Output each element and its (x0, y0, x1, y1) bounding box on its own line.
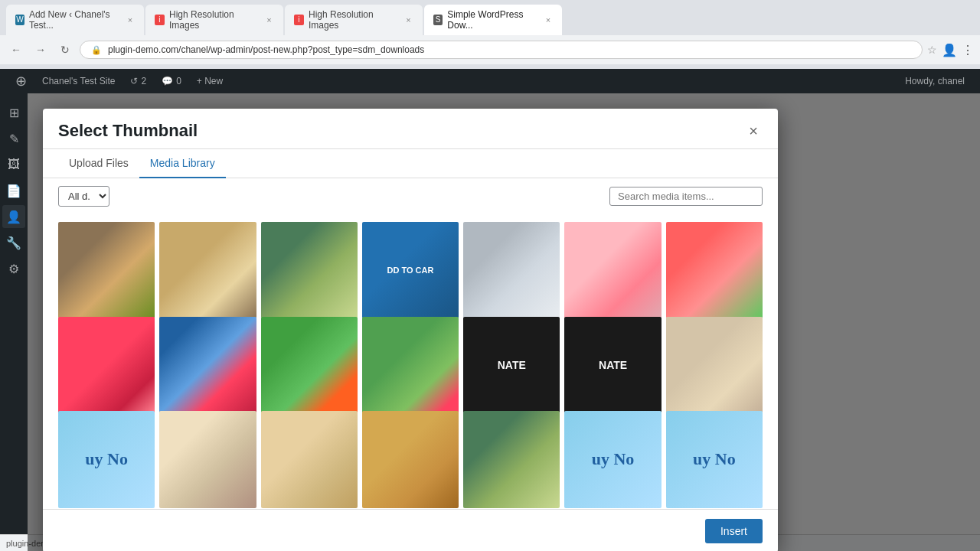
search-media-input[interactable] (609, 187, 763, 206)
site-name-label: Chanel's Test Site (42, 76, 115, 86)
modal-title: Select Thumbnail (58, 121, 198, 141)
browser-tab-2[interactable]: i High Resolution Images × (145, 5, 283, 35)
tab-bar: W Add New ‹ Chanel's Test... × i High Re… (0, 0, 980, 35)
sidebar-icon-dashboard[interactable]: ⊞ (2, 101, 25, 124)
media-item-buynow3[interactable]: uy No (666, 411, 763, 507)
media-item-hand[interactable] (666, 222, 763, 318)
tab-label-1: Add New ‹ Chanel's Test... (29, 9, 121, 31)
sidebar-icon-posts[interactable]: ✎ (2, 127, 25, 150)
forward-button[interactable]: → (31, 40, 51, 60)
sidebar-icon-media[interactable]: 🖼 (2, 153, 25, 176)
media-item-bird1[interactable] (261, 222, 358, 318)
howdy-item[interactable]: Howdy, chanel (897, 69, 972, 93)
tab-favicon-2: i (155, 15, 165, 25)
buynow2-text: uy No (592, 449, 635, 469)
tab-close-1[interactable]: × (126, 15, 135, 25)
profile-icon[interactable]: 👤 (942, 43, 957, 57)
wp-sidebar: ⊞ ✎ 🖼 📄 👤 🔧 ⚙ (0, 93, 28, 551)
tab-favicon-3: i (294, 15, 304, 25)
date-filter-select[interactable]: All d. (58, 186, 109, 207)
howdy-label: Howdy, chanel (905, 76, 965, 86)
sidebar-icon-pages[interactable]: 📄 (2, 179, 25, 202)
bookmark-icon[interactable]: ☆ (927, 44, 937, 56)
tab-favicon-1: W (15, 15, 24, 25)
tab-upload-files[interactable]: Upload Files (58, 149, 139, 178)
media-item-dog1[interactable] (58, 222, 155, 318)
browser-chrome: W Add New ‹ Chanel's Test... × i High Re… (0, 0, 980, 69)
modal-overlay[interactable]: Select Thumbnail × Upload Files Media Li… (28, 93, 980, 551)
comments-count: 0 (176, 76, 181, 86)
modal-tabs: Upload Files Media Library (43, 149, 778, 178)
refresh-button[interactable]: ↻ (55, 40, 75, 60)
browser-tab-4[interactable]: S Simple WordPress Dow... × (424, 5, 562, 35)
tab-label-2: High Resolution Images (169, 9, 260, 31)
media-item-buynow1[interactable]: uy No (58, 411, 155, 507)
tab-label-3: High Resolution Images (309, 9, 399, 31)
media-item-hbird3[interactable] (463, 411, 560, 507)
address-text: plugin-demo.com/chanel/wp-admin/post-new… (108, 44, 424, 55)
media-item-food[interactable] (159, 411, 256, 507)
browser-tab-1[interactable]: W Add New ‹ Chanel's Test... × (6, 5, 144, 35)
sidebar-icon-settings[interactable]: ⚙ (2, 257, 25, 280)
media-item-jar[interactable] (159, 317, 256, 413)
site-name-item[interactable]: Chanel's Test Site (34, 69, 122, 93)
comments-item[interactable]: 💬 0 (154, 69, 189, 93)
revisions-item[interactable]: ↺ 2 (122, 69, 154, 93)
media-item-oatmeal[interactable] (261, 411, 358, 507)
revisions-count: 2 (141, 76, 146, 86)
media-item-watermelon1[interactable] (58, 317, 155, 413)
modal-header: Select Thumbnail × (43, 109, 778, 149)
donate2-text: NATE (599, 359, 627, 371)
buynow3-text: uy No (693, 449, 736, 469)
media-item-girl-watermelon[interactable] (362, 317, 459, 413)
select-thumbnail-modal: Select Thumbnail × Upload Files Media Li… (43, 109, 778, 551)
addtocart-text: DD TO CAR (387, 266, 434, 275)
revisions-icon: ↺ (130, 76, 138, 86)
tab-favicon-4: S (433, 15, 443, 25)
comments-icon: 💬 (162, 76, 173, 86)
main-content: Select Thumbnail × Upload Files Media Li… (28, 93, 980, 551)
sidebar-icon-users[interactable]: 👤 (2, 205, 25, 228)
media-item-donate1[interactable]: NATE (463, 317, 560, 413)
browser-tab-3[interactable]: i High Resolution Images × (285, 5, 423, 35)
tab-close-2[interactable]: × (264, 15, 274, 25)
security-icon: 🔒 (91, 45, 102, 55)
insert-button[interactable]: Insert (705, 519, 763, 543)
modal-close-button[interactable]: × (744, 122, 763, 140)
media-item-buynow2[interactable]: uy No (564, 411, 661, 507)
new-item[interactable]: + New (189, 69, 230, 93)
tab-close-3[interactable]: × (403, 15, 413, 25)
media-item-pumpkin[interactable] (261, 317, 358, 413)
tab-label-4: Simple WordPress Dow... (447, 9, 538, 31)
page-body: ⊞ ✎ 🖼 📄 👤 🔧 ⚙ Select Thumbnail × Upload … (0, 93, 980, 551)
extensions-icon[interactable]: ⋮ (962, 43, 974, 57)
sidebar-icon-tools[interactable]: 🔧 (2, 231, 25, 254)
modal-footer: Insert (43, 509, 778, 551)
wp-logo-icon: ⊕ (15, 73, 27, 90)
media-item-teddy[interactable] (666, 317, 763, 413)
new-label: + New (197, 76, 223, 86)
back-button[interactable]: ← (6, 40, 26, 60)
address-bar[interactable]: 🔒 plugin-demo.com/chanel/wp-admin/post-n… (80, 41, 923, 59)
media-grid: DD TO CAR NATE NATE (43, 214, 778, 509)
media-item-donate2[interactable]: NATE (564, 317, 661, 413)
wp-logo-item[interactable]: ⊕ (8, 69, 34, 93)
media-item-hbird2[interactable] (362, 411, 459, 507)
donate1-text: NATE (498, 359, 526, 371)
tab-media-library[interactable]: Media Library (139, 149, 226, 178)
tab-close-4[interactable]: × (544, 15, 553, 25)
media-item-addtocart[interactable]: DD TO CAR (362, 222, 459, 318)
media-item-dog2[interactable] (159, 222, 256, 318)
wp-admin-bar: ⊕ Chanel's Test Site ↺ 2 💬 0 + New Howdy… (0, 69, 980, 93)
media-item-smoothie[interactable] (564, 222, 661, 318)
nav-bar: ← → ↻ 🔒 plugin-demo.com/chanel/wp-admin/… (0, 35, 980, 64)
media-item-backpack[interactable] (463, 222, 560, 318)
buynow1-text: uy No (85, 449, 128, 469)
modal-toolbar: All d. (43, 178, 778, 214)
